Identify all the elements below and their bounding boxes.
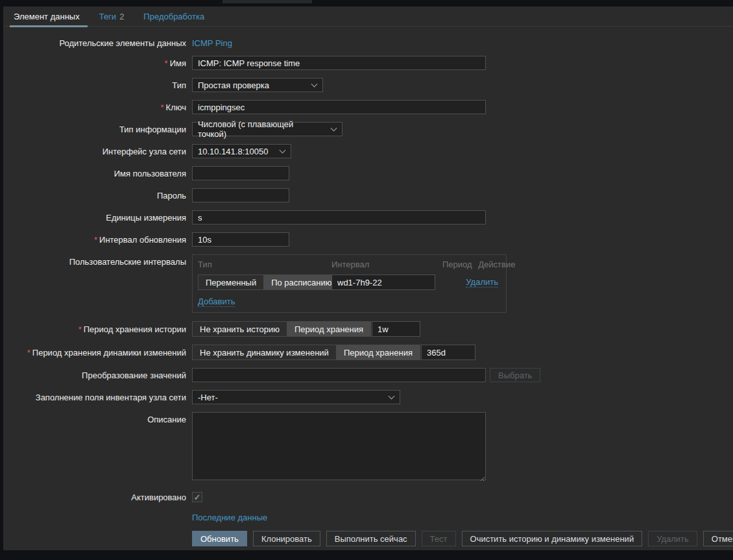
type-label: Тип — [3, 78, 186, 90]
value-map-select-button[interactable]: Выбрать — [490, 368, 540, 382]
chevron-down-icon — [389, 393, 395, 399]
tab-preprocessing[interactable]: Предобработка — [142, 6, 206, 26]
interface-label: Интерфейс узла сети — [3, 144, 186, 156]
name-label: *Имя — [3, 56, 186, 68]
units-label: Единицы измерения — [3, 210, 186, 223]
delete-button[interactable]: Удалить — [648, 531, 697, 546]
cropped-element-above — [222, 0, 312, 3]
type-select-value: Простая проверка — [198, 80, 269, 90]
trends-on-button[interactable]: Период хранения — [336, 345, 420, 360]
interface-select-value: 10.10.141.8:10050 — [198, 147, 268, 156]
item-form-panel: Элемент данных Теги 2 Предобработка Роди… — [3, 6, 733, 550]
interface-select[interactable]: 10.10.141.8:10050 — [192, 144, 291, 158]
trends-segmented: Не хранить динамику изменений Период хра… — [192, 345, 420, 360]
chevron-down-icon — [331, 125, 337, 131]
test-button[interactable]: Тест — [422, 531, 456, 546]
tab-tags-count: 2 — [119, 12, 124, 21]
checkmark-icon: ✓ — [194, 493, 201, 502]
description-label: Описание — [3, 412, 186, 424]
item-form: Родительские элементы данных ICMP Ping *… — [3, 27, 733, 546]
parent-item-link[interactable]: ICMP Ping — [192, 36, 232, 48]
custom-interval-row: Переменный По расписанию Удалить — [198, 274, 501, 290]
col-header-action: Действие — [478, 260, 515, 269]
info-type-select[interactable]: Числовой (с плавающей точкой) — [192, 122, 342, 136]
col-header-interval: Интервал — [331, 260, 439, 269]
trends-label: *Период хранения динамики изменений — [3, 345, 186, 358]
password-input[interactable] — [192, 188, 289, 202]
username-label: Имя пользователя — [3, 166, 186, 178]
history-on-button[interactable]: Период хранения — [287, 321, 371, 337]
cancel-button[interactable]: Отмена — [703, 531, 733, 546]
value-map-label: Преобразование значений — [3, 368, 186, 380]
col-header-period: Период — [442, 260, 472, 269]
custom-intervals-header: Тип Интервал Период Действие — [198, 260, 501, 274]
history-off-button[interactable]: Не хранить историю — [192, 321, 287, 337]
info-type-select-value: Числовой (с плавающей точкой) — [198, 119, 324, 139]
form-tabbar: Элемент данных Теги 2 Предобработка — [3, 6, 733, 27]
update-interval-label: *Интервал обновления — [3, 232, 186, 245]
custom-intervals-fieldset: Тип Интервал Период Действие Переменный … — [192, 254, 507, 313]
interval-type-segmented: Переменный По расписанию — [198, 274, 331, 290]
inventory-select-value: -Нет- — [198, 393, 218, 402]
enabled-label: Активировано — [3, 492, 186, 502]
latest-data-link[interactable]: Последние данные — [192, 513, 267, 522]
custom-interval-input[interactable] — [331, 274, 435, 290]
tab-item-label: Элемент данных — [14, 12, 80, 21]
history-segmented: Не хранить историю Период хранения — [192, 321, 370, 337]
tab-item[interactable]: Элемент данных — [12, 6, 81, 26]
description-textarea[interactable] — [192, 412, 486, 480]
name-input[interactable] — [192, 56, 486, 70]
tab-tags-label: Теги — [99, 12, 116, 21]
trends-off-button[interactable]: Не хранить динамику изменений — [192, 345, 337, 360]
inventory-label: Заполнение поля инвентаря узла сети — [3, 390, 186, 402]
interval-type-flexible-button[interactable]: Переменный — [198, 274, 264, 290]
history-period-input[interactable] — [372, 321, 420, 337]
chevron-down-icon — [280, 147, 286, 153]
interval-type-scheduling-button[interactable]: По расписанию — [263, 274, 339, 290]
tab-preprocessing-label: Предобработка — [143, 12, 204, 21]
key-input[interactable] — [192, 100, 486, 114]
enabled-checkbox[interactable]: ✓ — [192, 492, 202, 502]
history-label: *Период хранения истории — [3, 321, 186, 334]
trends-period-input[interactable] — [421, 345, 475, 360]
clone-button[interactable]: Клонировать — [253, 531, 320, 546]
units-input[interactable] — [192, 210, 486, 225]
update-button[interactable]: Обновить — [192, 531, 247, 546]
form-footer: Обновить Клонировать Выполнить сейчас Те… — [192, 531, 733, 546]
username-input[interactable] — [192, 166, 289, 180]
custom-intervals-label: Пользовательские интервалы — [3, 254, 186, 267]
parent-items-label: Родительские элементы данных — [3, 36, 186, 48]
value-map-input[interactable] — [192, 368, 486, 382]
update-interval-input[interactable] — [192, 232, 289, 247]
inventory-select[interactable]: -Нет- — [192, 390, 400, 404]
type-select[interactable]: Простая проверка — [192, 78, 323, 92]
info-type-label: Тип информации — [3, 122, 186, 134]
key-label: *Ключ — [3, 100, 186, 112]
chevron-down-icon — [311, 80, 318, 87]
password-label: Пароль — [3, 188, 186, 201]
add-interval-link[interactable]: Добавить — [198, 297, 235, 307]
remove-interval-link[interactable]: Удалить — [466, 277, 498, 287]
clear-history-button[interactable]: Очистить историю и динамику изменений — [462, 531, 643, 546]
col-header-type: Тип — [198, 260, 331, 269]
execute-now-button[interactable]: Выполнить сейчас — [326, 531, 416, 546]
tab-tags[interactable]: Теги 2 — [98, 6, 126, 26]
